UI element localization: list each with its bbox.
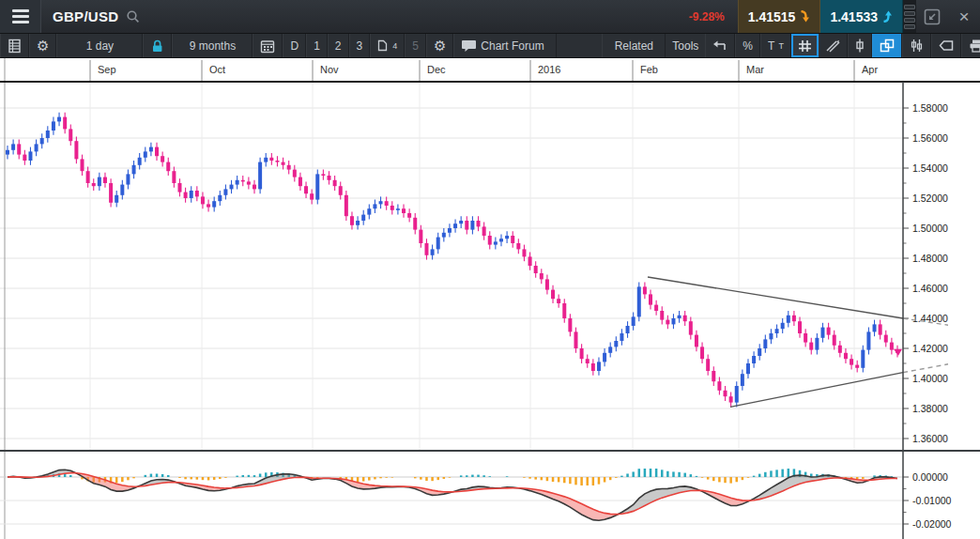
- pattern-candles-icon: [910, 38, 924, 53]
- price-down-arrow-icon: [800, 10, 810, 23]
- grid-icon: [798, 39, 812, 53]
- price-axis-label: 1.36000: [912, 433, 948, 444]
- candlestick-icon: [855, 38, 865, 53]
- price-axis-label: 1.58000: [912, 102, 948, 114]
- month-label: Apr: [862, 64, 878, 75]
- chart-area: 1.580001.560001.540001.520001.500001.480…: [0, 58, 980, 539]
- trading-chart-window: GBP/USD -9.28% 1.41515 1.41533: [0, 0, 980, 539]
- gear-icon: ⚙: [37, 38, 49, 54]
- related-label: Related: [615, 39, 653, 53]
- title-bar: GBP/USD -9.28% 1.41515 1.41533: [0, 0, 980, 34]
- oscillator-fill: [702, 490, 754, 505]
- compare-overlay-button[interactable]: [872, 34, 902, 57]
- calendar-icon: [260, 38, 275, 54]
- popout-button[interactable]: [916, 0, 948, 33]
- calendar-button[interactable]: [253, 34, 283, 57]
- chart-canvas[interactable]: 1.580001.560001.540001.520001.500001.480…: [0, 58, 980, 539]
- period-2-button[interactable]: 2: [328, 34, 349, 57]
- buy-price-button[interactable]: 1.41533: [820, 0, 903, 33]
- gear-icon: ⚙: [434, 38, 446, 54]
- print-button[interactable]: [961, 34, 980, 57]
- period-5-button[interactable]: 5: [405, 34, 426, 57]
- close-icon: ×: [958, 8, 969, 25]
- chart-forum-label: Chart Forum: [481, 39, 544, 53]
- month-label: Nov: [320, 64, 339, 75]
- draw-trendline-button[interactable]: [819, 34, 848, 57]
- search-icon: [126, 9, 141, 24]
- search-button[interactable]: [126, 0, 141, 33]
- titlebar-spacer: [141, 0, 688, 33]
- percent-scale-button[interactable]: %: [735, 34, 760, 57]
- label-tag-button[interactable]: [931, 34, 961, 57]
- change-percent: -9.28%: [689, 0, 738, 33]
- month-label: Feb: [640, 64, 658, 75]
- month-label: Sep: [98, 64, 116, 75]
- price-axis-label: 1.42000: [912, 343, 948, 354]
- price-axis-label: 1.56000: [912, 132, 948, 144]
- range-select[interactable]: 9 months: [172, 34, 253, 57]
- month-label: Dec: [427, 64, 446, 75]
- interval-label: 1 day: [86, 39, 114, 53]
- period-4-button[interactable]: 4: [370, 34, 405, 57]
- indicator-settings-button[interactable]: ⚙: [426, 34, 453, 57]
- indicator-axis-label: -0.01000: [912, 495, 952, 506]
- tools-label: Tools: [666, 34, 705, 57]
- trendline[interactable]: [903, 364, 948, 373]
- lock-icon: [150, 38, 164, 54]
- candle-style-button[interactable]: [848, 34, 872, 57]
- text-tool-button[interactable]: TT: [760, 34, 791, 57]
- indicator-axis-label: -0.02000: [912, 518, 952, 530]
- period-1-button[interactable]: 1: [306, 34, 328, 57]
- undo-arrow-icon: [712, 39, 727, 53]
- price-axis-label: 1.40000: [912, 373, 948, 384]
- instrument-title: GBP/USD: [41, 0, 126, 33]
- page-icon: [377, 39, 388, 52]
- chart-settings-button[interactable]: ⚙: [29, 34, 56, 57]
- pattern-tool-button[interactable]: [902, 34, 931, 57]
- trendline-pencil-icon: [826, 39, 840, 53]
- lock-button[interactable]: [143, 34, 172, 57]
- indicator-axis-label: 0.00000: [912, 471, 948, 483]
- hamburger-icon: [12, 9, 29, 12]
- sell-price-button[interactable]: 1.41515: [738, 0, 821, 33]
- price-axis-label: 1.38000: [912, 403, 948, 414]
- trendline[interactable]: [730, 373, 903, 408]
- related-button[interactable]: Related: [602, 34, 666, 57]
- spreadsheet-icon: [8, 38, 22, 54]
- grid-toggle-button[interactable]: [791, 34, 819, 57]
- candlestick-series: [6, 113, 899, 408]
- price-axis-label: 1.46000: [912, 283, 948, 294]
- tag-left-icon: [939, 39, 954, 52]
- undo-button[interactable]: [705, 34, 735, 57]
- printer-icon: [969, 38, 980, 53]
- interval-select[interactable]: 1 day: [56, 34, 143, 57]
- oscillator-fill: [518, 488, 621, 521]
- sell-price: 1.41515: [748, 9, 796, 24]
- period-4-superscript: 4: [392, 41, 397, 51]
- news-grid-button[interactable]: [0, 34, 29, 57]
- popout-icon: [922, 7, 942, 27]
- period-d-button[interactable]: D: [283, 34, 306, 57]
- price-axis-label: 1.50000: [912, 223, 948, 234]
- range-label: 9 months: [190, 39, 236, 53]
- price-axis-label: 1.48000: [912, 253, 948, 264]
- trendline[interactable]: [648, 277, 903, 318]
- speech-bubble-icon: [461, 38, 477, 53]
- last-price-marker: [894, 349, 902, 356]
- period-3-button[interactable]: 3: [349, 34, 371, 57]
- chart-toolbar: ⚙ 1 day 9 months D 1 2 3: [0, 34, 980, 58]
- month-label: Oct: [209, 64, 225, 75]
- price-axis-label: 1.52000: [912, 192, 948, 204]
- panel-grip[interactable]: [903, 0, 916, 33]
- close-button[interactable]: ×: [948, 0, 980, 33]
- chart-forum-button[interactable]: Chart Forum: [453, 34, 557, 57]
- buy-price: 1.41533: [830, 9, 878, 24]
- price-up-arrow-icon: [882, 10, 893, 23]
- month-label: 2016: [538, 64, 560, 75]
- month-label: Mar: [746, 64, 764, 75]
- price-axis-label: 1.54000: [912, 162, 948, 174]
- overlapping-squares-icon: [880, 38, 895, 53]
- menu-button[interactable]: [0, 0, 41, 33]
